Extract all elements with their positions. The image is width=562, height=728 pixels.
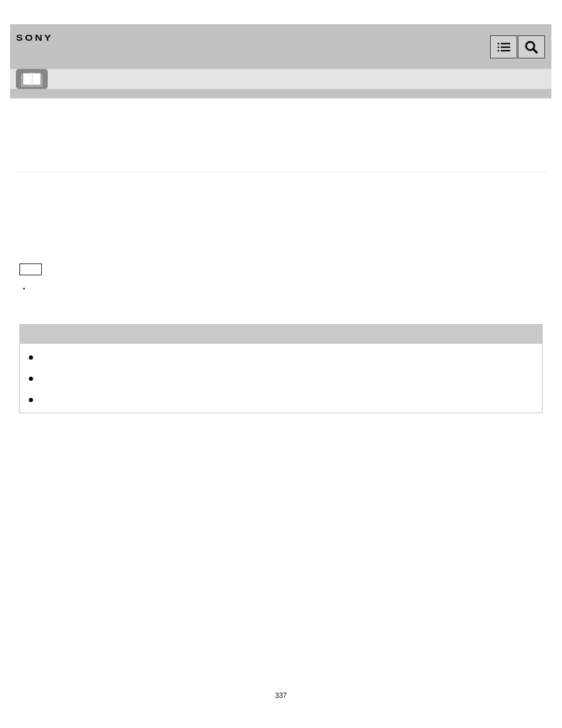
header-bar: SONY xyxy=(10,24,551,69)
svg-point-2 xyxy=(498,46,500,48)
single-bullet: • xyxy=(23,285,547,292)
svg-point-0 xyxy=(498,42,500,44)
bullet-item xyxy=(29,377,533,381)
menu-button[interactable] xyxy=(490,35,517,58)
svg-point-4 xyxy=(498,50,500,51)
book-icon xyxy=(21,71,42,87)
brand-logo: SONY xyxy=(10,24,53,42)
book-icon-button[interactable] xyxy=(16,69,48,89)
svg-line-7 xyxy=(533,49,537,52)
bullet-dot xyxy=(29,377,33,381)
subheader-bar xyxy=(10,69,551,89)
small-box xyxy=(19,263,42,275)
svg-rect-3 xyxy=(501,46,510,47)
content-divider xyxy=(15,172,547,172)
list-icon xyxy=(497,42,510,52)
search-icon xyxy=(525,41,538,54)
search-button[interactable] xyxy=(518,35,545,58)
bullet-item xyxy=(29,398,533,402)
svg-rect-5 xyxy=(501,50,510,51)
svg-rect-1 xyxy=(501,42,510,44)
page-number: 337 xyxy=(0,691,562,700)
bullet-dot xyxy=(29,355,33,360)
bullet-item xyxy=(29,355,533,360)
info-box-body xyxy=(20,344,542,413)
info-box xyxy=(19,324,543,413)
bullet-dot xyxy=(29,398,33,402)
info-box-header xyxy=(20,325,542,344)
header-button-group xyxy=(490,24,551,58)
